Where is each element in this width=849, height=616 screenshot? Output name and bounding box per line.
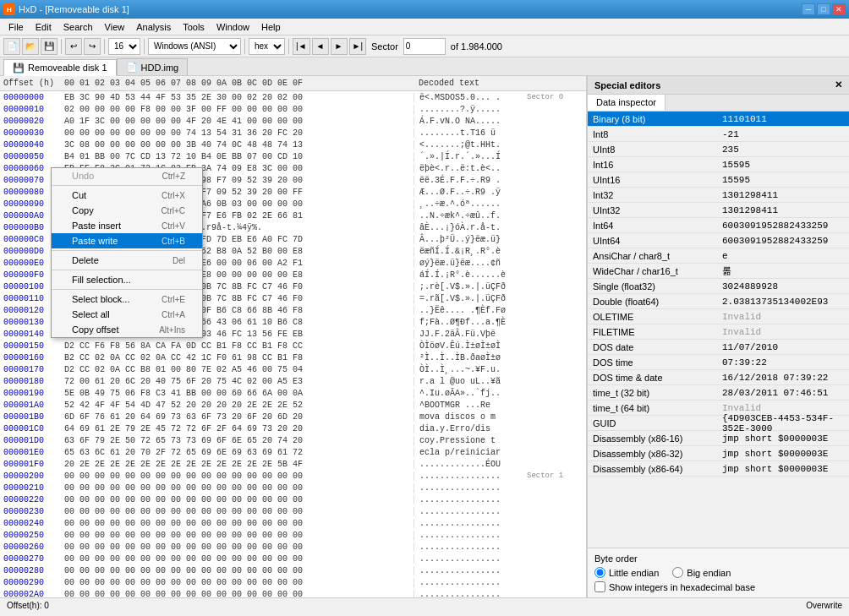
context-menu-item-fill-selection[interactable]: Fill selection... [52,272,202,287]
open-button[interactable]: 📂 [22,38,39,55]
inspector-row[interactable]: DOS date11/07/2010 [588,340,849,355]
inspector-row[interactable]: Int646003091952882433259 [588,218,849,233]
context-menu: UndoCtrl+ZCutCtrl+XCopyCtrl+CPaste inser… [51,167,203,338]
inspector-row[interactable]: Int8-21 [588,127,849,142]
size-select[interactable]: 16 [108,38,140,55]
inspector-row[interactable]: OLETIMEInvalid [588,309,849,324]
menu-edit[interactable]: Edit [30,20,57,34]
hex-row[interactable]: 000000403C 08 00 00 00 00 00 00 3B 40 74… [0,139,586,150]
inspector-row[interactable]: UInt1615595 [588,172,849,188]
hex-row[interactable]: 0000025000 00 00 00 00 00 00 00 00 00 00… [0,529,586,541]
inspector-row[interactable]: FILETIMEInvalid [588,324,849,340]
new-button[interactable]: 📄 [3,38,20,55]
hex-row[interactable]: 0000018072 00 61 20 6C 20 40 75 6F 20 75… [0,375,586,387]
hex-row[interactable]: 0000029000 00 00 00 00 00 00 00 00 00 00… [0,576,586,588]
hex-row[interactable]: 00000150D2 CC F6 F8 56 8A CA FA 0D CC B1… [0,340,586,352]
minimize-button[interactable]: ─ [802,3,815,15]
tab-label-disk: Removeable disk 1 [28,63,107,73]
redo-button[interactable]: ↪ [84,38,101,55]
context-menu-item-select-block[interactable]: Select block...Ctrl+E [52,292,202,307]
menu-tools[interactable]: Tools [178,20,210,34]
decoded-text: dia.y.Erro/dis [414,424,523,433]
inspector-row[interactable]: AnsiChar / char8_te [588,248,849,264]
context-menu-item-paste-insert[interactable]: Paste insertCtrl+V [52,218,202,233]
hex-row[interactable]: 0000001002 00 00 00 00 F8 00 00 3F 00 FF… [0,103,586,115]
tab-removeable-disk[interactable]: 💾 Removeable disk 1 [3,59,117,76]
hex-offset: 00000290 [3,578,64,587]
inspector-row[interactable]: GUID{4D903CEB-4453-534F-352E-3000 [588,416,849,431]
decoded-text: ¸..÷æ.^.óª...... [414,199,523,209]
go-prev-button[interactable]: ◄ [312,38,329,55]
inspector-row[interactable]: UInt321301298411 [588,203,849,218]
go-start-button[interactable]: |◄ [293,38,310,55]
inspector-row[interactable]: UInt646003091952882433259 [588,233,849,248]
hex-row[interactable]: 0000020000 00 00 00 00 00 00 00 00 00 00… [0,470,586,482]
save-button[interactable]: 💾 [41,38,58,55]
hex-row[interactable]: 0000023000 00 00 00 00 00 00 00 00 00 00… [0,505,586,517]
little-endian-option[interactable]: Little endian [594,567,659,578]
big-endian-option[interactable]: Big endian [672,567,731,578]
hex-row[interactable]: 0000024000 00 00 00 00 00 00 00 00 00 00… [0,517,586,529]
inspector-row[interactable]: Disassembly (x86-32)jmp short $0000003E [588,446,849,461]
menu-file[interactable]: File [3,20,29,34]
hex-row[interactable]: 000001B06D 6F 76 61 20 64 69 73 63 6F 73… [0,411,586,422]
hex-row[interactable]: 000001A052 42 4F 4F 54 4D 47 52 20 20 20… [0,399,586,411]
inspector-row[interactable]: time_t (32 bit)28/03/2011 07:46:51 [588,385,849,401]
hex-row[interactable]: 000002A000 00 00 00 00 00 00 00 00 00 00… [0,588,586,597]
hex-row[interactable]: 0000028000 00 00 00 00 00 00 00 00 00 00… [0,564,586,576]
inspector-row[interactable]: Int1615595 [588,157,849,172]
hex-row[interactable]: 000001905E 0B 49 75 06 F8 C3 41 BB 00 00… [0,387,586,399]
context-menu-item-delete[interactable]: DeleteDel [52,253,202,268]
undo-button[interactable]: ↩ [65,38,82,55]
menu-search[interactable]: Search [58,20,98,34]
inspector-row[interactable]: Binary (8 bit)11101011 [588,112,849,127]
hex-row[interactable]: 000001E065 63 6C 61 20 70 2F 72 65 69 6E… [0,446,586,458]
inspector-row[interactable]: UInt8235 [588,142,849,157]
context-menu-item-copy-offset[interactable]: Copy offsetAlt+Ins [52,322,202,337]
inspector-row[interactable]: DOS time & date16/12/2018 07:39:22 [588,370,849,385]
hex-row[interactable]: 0000021000 00 00 00 00 00 00 00 00 00 00… [0,482,586,493]
inspector-row[interactable]: Single (float32)3024889928 [588,279,849,294]
menu-window[interactable]: Window [211,20,255,34]
hex-row[interactable]: 000001D063 6F 79 2E 50 72 65 73 73 69 6F… [0,434,586,446]
context-menu-item-cut[interactable]: CutCtrl+X [52,188,202,203]
menu-view[interactable]: View [100,20,130,34]
hex-row[interactable]: 00000170D2 CC 02 0A CC B8 01 00 80 7E 02… [0,363,586,375]
tab-hdd-img[interactable]: 📄 HDD.img [117,58,189,75]
hex-row[interactable]: 00000000EB 3C 90 4D 53 44 4F 53 35 2E 30… [0,91,586,103]
close-button[interactable]: ✕ [832,3,846,15]
hex-row[interactable]: 00000020A0 1F 3C 00 00 00 00 00 4F 20 4E… [0,115,586,127]
maximize-button[interactable]: □ [817,3,830,15]
encoding-select[interactable]: Windows (ANSI) [148,38,241,55]
hex-row[interactable]: 00000050B4 01 BB 00 7C CD 13 72 10 B4 0E… [0,150,586,162]
context-menu-item-select-all[interactable]: Select allCtrl+A [52,307,202,322]
hex-row[interactable]: 0000003000 00 00 00 00 00 00 00 74 13 54… [0,127,586,139]
position-input[interactable] [403,38,446,55]
hex-row[interactable]: 000001F020 2E 2E 2E 2E 2E 2E 2E 2E 2E 2E… [0,458,586,470]
inspector-row[interactable]: Int321301298411 [588,188,849,203]
menu-help[interactable]: Help [256,20,286,34]
context-menu-item-paste-write[interactable]: Paste writeCtrl+B [52,233,202,248]
hex-row[interactable]: 0000027000 00 00 00 00 00 00 00 00 00 00… [0,553,586,564]
context-menu-item-copy[interactable]: CopyCtrl+C [52,203,202,218]
little-endian-radio[interactable] [594,567,605,578]
inspector-row[interactable]: Disassembly (x86-16)jmp short $0000003E [588,431,849,446]
data-inspector-tab[interactable]: Data inspector [588,95,666,111]
big-endian-radio[interactable] [672,567,683,578]
inspector-row[interactable]: Disassembly (x86-64)jmp short $0000003E [588,461,849,477]
inspector-row[interactable]: Double (float64)2.03813735134002E93 [588,294,849,309]
inspector-row[interactable]: WideChar / char16_t롦 [588,264,849,279]
menu-analysis[interactable]: Analysis [131,20,176,34]
inspector-row[interactable]: DOS time07:39:22 [588,355,849,370]
inspector-label: Disassembly (x86-64) [588,464,719,474]
hex-row[interactable]: 000001C064 69 61 2E 79 2E 45 72 72 6F 2F… [0,422,586,434]
hex-row[interactable]: 0000022000 00 00 00 00 00 00 00 00 00 00… [0,493,586,505]
hex-row[interactable]: 00000160B2 CC 02 0A CC 02 0A CC 42 1C F0… [0,352,586,363]
go-next-button[interactable]: ► [331,38,348,55]
panel-close-icon[interactable]: ✕ [835,79,842,90]
hex-row[interactable]: 0000026000 00 00 00 00 00 00 00 00 00 00… [0,541,586,553]
display-select[interactable]: hex [249,38,285,55]
go-end-button[interactable]: ►| [349,38,367,55]
hex-checkbox-row[interactable]: Show integers in hexadecimal base [594,581,842,592]
hex-checkbox[interactable] [594,581,605,592]
